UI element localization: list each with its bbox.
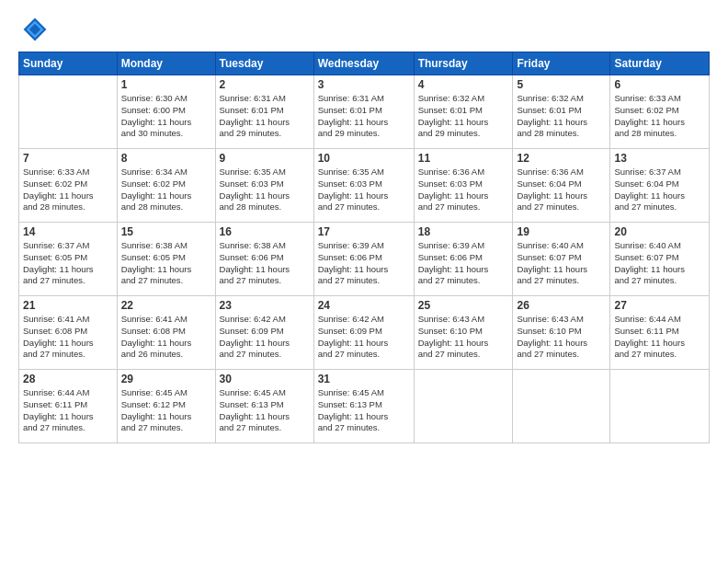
- day-info: Sunrise: 6:38 AM Sunset: 6:06 PM Dayligh…: [220, 240, 310, 287]
- calendar-cell: 6Sunrise: 6:33 AM Sunset: 6:02 PM Daylig…: [610, 75, 710, 149]
- day-info: Sunrise: 6:41 AM Sunset: 6:08 PM Dayligh…: [121, 314, 211, 361]
- calendar-cell: [610, 370, 710, 443]
- day-info: Sunrise: 6:33 AM Sunset: 6:02 PM Dayligh…: [23, 167, 113, 213]
- day-info: Sunrise: 6:33 AM Sunset: 6:02 PM Dayligh…: [614, 93, 705, 140]
- day-number: 5: [517, 78, 606, 91]
- day-info: Sunrise: 6:37 AM Sunset: 6:04 PM Dayligh…: [614, 167, 705, 213]
- day-info: Sunrise: 6:42 AM Sunset: 6:09 PM Dayligh…: [220, 314, 310, 361]
- day-number: 10: [318, 152, 410, 165]
- calendar-cell: 26Sunrise: 6:43 AM Sunset: 6:10 PM Dayli…: [513, 296, 610, 370]
- day-number: 19: [517, 225, 606, 238]
- calendar-cell: 27Sunrise: 6:44 AM Sunset: 6:11 PM Dayli…: [610, 296, 710, 370]
- day-info: Sunrise: 6:44 AM Sunset: 6:11 PM Dayligh…: [23, 387, 113, 434]
- day-number: 3: [318, 78, 410, 91]
- week-row-4: 21Sunrise: 6:41 AM Sunset: 6:08 PM Dayli…: [19, 296, 710, 370]
- calendar-cell: 3Sunrise: 6:31 AM Sunset: 6:01 PM Daylig…: [313, 75, 414, 149]
- col-header-wednesday: Wednesday: [313, 52, 414, 75]
- calendar-cell: 7Sunrise: 6:33 AM Sunset: 6:02 PM Daylig…: [19, 149, 118, 223]
- calendar-cell: 23Sunrise: 6:42 AM Sunset: 6:09 PM Dayli…: [215, 296, 313, 370]
- day-info: Sunrise: 6:32 AM Sunset: 6:01 PM Dayligh…: [418, 93, 509, 140]
- day-number: 30: [220, 373, 310, 385]
- calendar-cell: 31Sunrise: 6:45 AM Sunset: 6:13 PM Dayli…: [313, 370, 414, 443]
- col-header-saturday: Saturday: [610, 52, 710, 75]
- logo: [18, 17, 48, 42]
- week-row-2: 7Sunrise: 6:33 AM Sunset: 6:02 PM Daylig…: [19, 149, 710, 223]
- calendar-cell: [513, 370, 610, 443]
- day-number: 27: [614, 299, 705, 312]
- day-number: 20: [614, 225, 705, 238]
- day-number: 2: [220, 78, 310, 91]
- week-row-1: 1Sunrise: 6:30 AM Sunset: 6:00 PM Daylig…: [19, 75, 710, 149]
- day-info: Sunrise: 6:37 AM Sunset: 6:05 PM Dayligh…: [23, 240, 113, 287]
- day-info: Sunrise: 6:36 AM Sunset: 6:03 PM Dayligh…: [418, 167, 509, 213]
- calendar-cell: 2Sunrise: 6:31 AM Sunset: 6:01 PM Daylig…: [215, 75, 313, 149]
- calendar-cell: 12Sunrise: 6:36 AM Sunset: 6:04 PM Dayli…: [513, 149, 610, 223]
- calendar-cell: [19, 75, 118, 149]
- calendar-cell: 11Sunrise: 6:36 AM Sunset: 6:03 PM Dayli…: [414, 149, 513, 223]
- col-header-sunday: Sunday: [19, 52, 118, 75]
- day-info: Sunrise: 6:32 AM Sunset: 6:01 PM Dayligh…: [517, 93, 606, 140]
- calendar-cell: 8Sunrise: 6:34 AM Sunset: 6:02 PM Daylig…: [117, 149, 215, 223]
- calendar-cell: 17Sunrise: 6:39 AM Sunset: 6:06 PM Dayli…: [313, 223, 414, 296]
- calendar-cell: 10Sunrise: 6:35 AM Sunset: 6:03 PM Dayli…: [313, 149, 414, 223]
- calendar-cell: 29Sunrise: 6:45 AM Sunset: 6:12 PM Dayli…: [117, 370, 215, 443]
- day-info: Sunrise: 6:41 AM Sunset: 6:08 PM Dayligh…: [23, 314, 113, 361]
- day-info: Sunrise: 6:43 AM Sunset: 6:10 PM Dayligh…: [418, 314, 509, 361]
- calendar-cell: 15Sunrise: 6:38 AM Sunset: 6:05 PM Dayli…: [117, 223, 215, 296]
- day-number: 21: [23, 299, 113, 312]
- calendar-cell: 4Sunrise: 6:32 AM Sunset: 6:01 PM Daylig…: [414, 75, 513, 149]
- calendar-cell: 5Sunrise: 6:32 AM Sunset: 6:01 PM Daylig…: [513, 75, 610, 149]
- day-number: 16: [220, 225, 310, 238]
- day-number: 28: [23, 373, 113, 385]
- header-row: SundayMondayTuesdayWednesdayThursdayFrid…: [19, 52, 710, 75]
- day-info: Sunrise: 6:31 AM Sunset: 6:01 PM Dayligh…: [318, 93, 410, 140]
- day-number: 9: [220, 152, 310, 165]
- calendar-table: SundayMondayTuesdayWednesdayThursdayFrid…: [18, 52, 710, 443]
- calendar-cell: 16Sunrise: 6:38 AM Sunset: 6:06 PM Dayli…: [215, 223, 313, 296]
- day-number: 17: [318, 225, 410, 238]
- day-number: 14: [23, 225, 113, 238]
- day-info: Sunrise: 6:35 AM Sunset: 6:03 PM Dayligh…: [318, 167, 410, 213]
- col-header-thursday: Thursday: [414, 52, 513, 75]
- day-number: 23: [220, 299, 310, 312]
- day-info: Sunrise: 6:38 AM Sunset: 6:05 PM Dayligh…: [121, 240, 211, 287]
- calendar-cell: 19Sunrise: 6:40 AM Sunset: 6:07 PM Dayli…: [513, 223, 610, 296]
- day-number: 25: [418, 299, 509, 312]
- day-info: Sunrise: 6:31 AM Sunset: 6:01 PM Dayligh…: [220, 93, 310, 140]
- calendar-cell: 30Sunrise: 6:45 AM Sunset: 6:13 PM Dayli…: [215, 370, 313, 443]
- day-number: 26: [517, 299, 606, 312]
- day-number: 7: [23, 152, 113, 165]
- day-number: 11: [418, 152, 509, 165]
- day-info: Sunrise: 6:39 AM Sunset: 6:06 PM Dayligh…: [418, 240, 509, 287]
- day-info: Sunrise: 6:45 AM Sunset: 6:12 PM Dayligh…: [121, 387, 211, 434]
- calendar-cell: 9Sunrise: 6:35 AM Sunset: 6:03 PM Daylig…: [215, 149, 313, 223]
- day-info: Sunrise: 6:39 AM Sunset: 6:06 PM Dayligh…: [318, 240, 410, 287]
- day-number: 6: [614, 78, 705, 91]
- logo-icon: [22, 17, 48, 42]
- day-info: Sunrise: 6:30 AM Sunset: 6:00 PM Dayligh…: [121, 93, 211, 140]
- calendar-cell: 21Sunrise: 6:41 AM Sunset: 6:08 PM Dayli…: [19, 296, 118, 370]
- calendar-cell: 22Sunrise: 6:41 AM Sunset: 6:08 PM Dayli…: [117, 296, 215, 370]
- day-info: Sunrise: 6:34 AM Sunset: 6:02 PM Dayligh…: [121, 167, 211, 213]
- day-number: 18: [418, 225, 509, 238]
- calendar-cell: 28Sunrise: 6:44 AM Sunset: 6:11 PM Dayli…: [19, 370, 118, 443]
- day-number: 4: [418, 78, 509, 91]
- header: [18, 17, 710, 42]
- col-header-friday: Friday: [513, 52, 610, 75]
- week-row-5: 28Sunrise: 6:44 AM Sunset: 6:11 PM Dayli…: [19, 370, 710, 443]
- calendar-cell: [414, 370, 513, 443]
- col-header-tuesday: Tuesday: [215, 52, 313, 75]
- day-number: 24: [318, 299, 410, 312]
- day-info: Sunrise: 6:43 AM Sunset: 6:10 PM Dayligh…: [517, 314, 606, 361]
- col-header-monday: Monday: [117, 52, 215, 75]
- page: SundayMondayTuesdayWednesdayThursdayFrid…: [0, 0, 728, 563]
- day-info: Sunrise: 6:42 AM Sunset: 6:09 PM Dayligh…: [318, 314, 410, 361]
- calendar-cell: 24Sunrise: 6:42 AM Sunset: 6:09 PM Dayli…: [313, 296, 414, 370]
- day-info: Sunrise: 6:40 AM Sunset: 6:07 PM Dayligh…: [517, 240, 606, 287]
- day-info: Sunrise: 6:40 AM Sunset: 6:07 PM Dayligh…: [614, 240, 705, 287]
- calendar-cell: 13Sunrise: 6:37 AM Sunset: 6:04 PM Dayli…: [610, 149, 710, 223]
- day-info: Sunrise: 6:36 AM Sunset: 6:04 PM Dayligh…: [517, 167, 606, 213]
- calendar-cell: 14Sunrise: 6:37 AM Sunset: 6:05 PM Dayli…: [19, 223, 118, 296]
- day-number: 15: [121, 225, 211, 238]
- day-info: Sunrise: 6:45 AM Sunset: 6:13 PM Dayligh…: [318, 387, 410, 434]
